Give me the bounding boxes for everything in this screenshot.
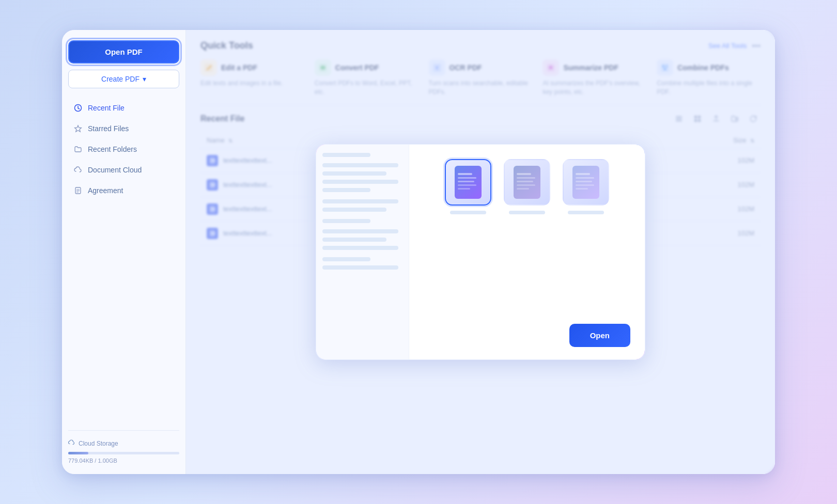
- svg-rect-39: [517, 173, 531, 175]
- svg-rect-47: [576, 181, 592, 182]
- app-window: Open PDF Create PDF ▾ Recent File: [62, 30, 775, 474]
- storage-usage-text: 779.04KB / 1.00GB: [68, 458, 179, 464]
- sidebar: Open PDF Create PDF ▾ Recent File: [62, 30, 186, 474]
- clock-icon: [73, 103, 83, 113]
- folder-icon: [73, 145, 83, 154]
- chevron-down-icon: ▾: [143, 75, 146, 83]
- thumb-label: [450, 211, 486, 214]
- thumb-icon-2: [504, 159, 550, 206]
- thumb-label: [568, 211, 604, 214]
- sidebar-nav: Recent File Starred Files: [68, 99, 179, 200]
- dialog-open-button[interactable]: Open: [569, 324, 630, 347]
- svg-rect-40: [517, 177, 535, 179]
- file-picker-dialog: Open: [315, 144, 646, 360]
- svg-rect-45: [576, 173, 590, 175]
- file-thumb-1[interactable]: [445, 159, 491, 214]
- dialog-right-panel: Open: [409, 145, 645, 359]
- svg-rect-43: [517, 188, 529, 190]
- svg-rect-49: [576, 188, 588, 190]
- svg-rect-46: [576, 177, 594, 179]
- cloud-storage-icon: [68, 439, 75, 448]
- sidebar-item-starred-files[interactable]: Starred Files: [68, 119, 179, 138]
- storage-bar-bg: [68, 452, 179, 454]
- thumb-icon-3: [563, 159, 609, 206]
- doc-icon: [73, 186, 83, 195]
- svg-marker-1: [75, 125, 82, 132]
- svg-rect-33: [458, 173, 472, 175]
- open-pdf-button[interactable]: Open PDF: [68, 40, 179, 64]
- dialog-left-panel: [316, 145, 409, 359]
- cloud-icon: [73, 165, 83, 175]
- sidebar-item-label: Agreement: [88, 186, 123, 195]
- svg-rect-35: [458, 181, 474, 182]
- main-layout: Open PDF Create PDF ▾ Recent File: [62, 30, 775, 474]
- create-pdf-button[interactable]: Create PDF ▾: [68, 70, 179, 88]
- sidebar-item-label: Recent Folders: [88, 145, 137, 153]
- svg-rect-48: [576, 184, 594, 186]
- sidebar-item-label: Starred Files: [88, 124, 129, 133]
- file-thumb-3[interactable]: [563, 159, 609, 214]
- sidebar-item-label: Document Cloud: [88, 166, 142, 174]
- cloud-storage-section: Cloud Storage 779.04KB / 1.00GB: [68, 430, 179, 464]
- thumb-icon-1: [445, 159, 491, 206]
- overlay-backdrop: Open: [186, 30, 775, 474]
- thumb-label: [509, 211, 545, 214]
- svg-rect-41: [517, 181, 533, 182]
- svg-rect-34: [458, 177, 476, 179]
- sidebar-item-label: Recent File: [88, 104, 125, 112]
- main-content: Quick Tools See All Tools •••: [186, 30, 775, 474]
- svg-rect-37: [458, 188, 470, 190]
- sidebar-item-recent-file[interactable]: Recent File: [68, 99, 179, 117]
- svg-rect-36: [458, 184, 476, 186]
- svg-rect-42: [517, 184, 535, 186]
- storage-bar-fill: [68, 452, 88, 454]
- cloud-storage-label-text: Cloud Storage: [79, 440, 118, 447]
- star-icon: [73, 124, 83, 133]
- sidebar-item-agreement[interactable]: Agreement: [68, 181, 179, 200]
- sidebar-item-recent-folders[interactable]: Recent Folders: [68, 140, 179, 159]
- dialog-files-grid: [424, 159, 630, 214]
- sidebar-item-document-cloud[interactable]: Document Cloud: [68, 161, 179, 179]
- file-thumb-2[interactable]: [504, 159, 550, 214]
